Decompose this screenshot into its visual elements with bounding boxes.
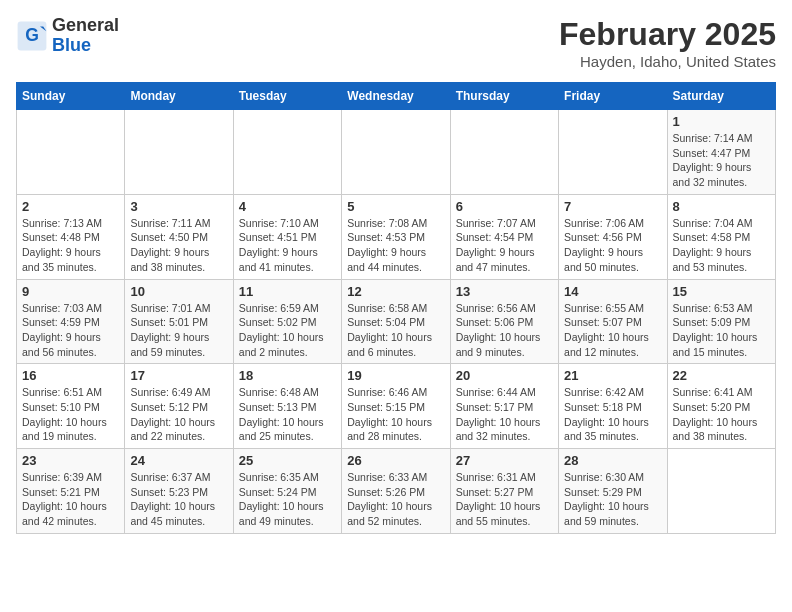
day-number: 11 (239, 284, 336, 299)
day-number: 1 (673, 114, 770, 129)
month-year: February 2025 (559, 16, 776, 53)
logo: G General Blue (16, 16, 119, 56)
day-number: 27 (456, 453, 553, 468)
day-cell: 12Sunrise: 6:58 AM Sunset: 5:04 PM Dayli… (342, 279, 450, 364)
location: Hayden, Idaho, United States (559, 53, 776, 70)
day-cell: 6Sunrise: 7:07 AM Sunset: 4:54 PM Daylig… (450, 194, 558, 279)
day-cell: 17Sunrise: 6:49 AM Sunset: 5:12 PM Dayli… (125, 364, 233, 449)
day-number: 12 (347, 284, 444, 299)
day-number: 6 (456, 199, 553, 214)
day-number: 8 (673, 199, 770, 214)
week-row-3: 16Sunrise: 6:51 AM Sunset: 5:10 PM Dayli… (17, 364, 776, 449)
day-number: 22 (673, 368, 770, 383)
day-cell: 13Sunrise: 6:56 AM Sunset: 5:06 PM Dayli… (450, 279, 558, 364)
week-row-4: 23Sunrise: 6:39 AM Sunset: 5:21 PM Dayli… (17, 449, 776, 534)
day-info: Sunrise: 6:37 AM Sunset: 5:23 PM Dayligh… (130, 470, 227, 529)
day-number: 5 (347, 199, 444, 214)
week-row-2: 9Sunrise: 7:03 AM Sunset: 4:59 PM Daylig… (17, 279, 776, 364)
day-cell: 4Sunrise: 7:10 AM Sunset: 4:51 PM Daylig… (233, 194, 341, 279)
day-info: Sunrise: 7:10 AM Sunset: 4:51 PM Dayligh… (239, 216, 336, 275)
day-cell (559, 110, 667, 195)
day-info: Sunrise: 6:59 AM Sunset: 5:02 PM Dayligh… (239, 301, 336, 360)
day-info: Sunrise: 7:06 AM Sunset: 4:56 PM Dayligh… (564, 216, 661, 275)
day-info: Sunrise: 6:42 AM Sunset: 5:18 PM Dayligh… (564, 385, 661, 444)
day-number: 23 (22, 453, 119, 468)
day-info: Sunrise: 6:33 AM Sunset: 5:26 PM Dayligh… (347, 470, 444, 529)
day-cell: 28Sunrise: 6:30 AM Sunset: 5:29 PM Dayli… (559, 449, 667, 534)
header-cell-wednesday: Wednesday (342, 83, 450, 110)
logo-blue: Blue (52, 35, 91, 55)
header-row: SundayMondayTuesdayWednesdayThursdayFrid… (17, 83, 776, 110)
page-header: G General Blue February 2025 Hayden, Ida… (16, 16, 776, 70)
day-number: 21 (564, 368, 661, 383)
day-info: Sunrise: 6:46 AM Sunset: 5:15 PM Dayligh… (347, 385, 444, 444)
day-cell: 14Sunrise: 6:55 AM Sunset: 5:07 PM Dayli… (559, 279, 667, 364)
day-number: 24 (130, 453, 227, 468)
header-cell-thursday: Thursday (450, 83, 558, 110)
day-cell: 1Sunrise: 7:14 AM Sunset: 4:47 PM Daylig… (667, 110, 775, 195)
day-info: Sunrise: 7:11 AM Sunset: 4:50 PM Dayligh… (130, 216, 227, 275)
day-number: 4 (239, 199, 336, 214)
week-row-1: 2Sunrise: 7:13 AM Sunset: 4:48 PM Daylig… (17, 194, 776, 279)
day-cell: 21Sunrise: 6:42 AM Sunset: 5:18 PM Dayli… (559, 364, 667, 449)
day-number: 10 (130, 284, 227, 299)
day-info: Sunrise: 7:01 AM Sunset: 5:01 PM Dayligh… (130, 301, 227, 360)
day-cell: 25Sunrise: 6:35 AM Sunset: 5:24 PM Dayli… (233, 449, 341, 534)
day-number: 26 (347, 453, 444, 468)
day-info: Sunrise: 7:07 AM Sunset: 4:54 PM Dayligh… (456, 216, 553, 275)
day-cell: 10Sunrise: 7:01 AM Sunset: 5:01 PM Dayli… (125, 279, 233, 364)
day-cell: 11Sunrise: 6:59 AM Sunset: 5:02 PM Dayli… (233, 279, 341, 364)
day-info: Sunrise: 6:35 AM Sunset: 5:24 PM Dayligh… (239, 470, 336, 529)
day-cell: 8Sunrise: 7:04 AM Sunset: 4:58 PM Daylig… (667, 194, 775, 279)
day-info: Sunrise: 7:03 AM Sunset: 4:59 PM Dayligh… (22, 301, 119, 360)
day-number: 13 (456, 284, 553, 299)
day-cell: 24Sunrise: 6:37 AM Sunset: 5:23 PM Dayli… (125, 449, 233, 534)
day-cell: 27Sunrise: 6:31 AM Sunset: 5:27 PM Dayli… (450, 449, 558, 534)
day-cell: 15Sunrise: 6:53 AM Sunset: 5:09 PM Dayli… (667, 279, 775, 364)
day-info: Sunrise: 6:49 AM Sunset: 5:12 PM Dayligh… (130, 385, 227, 444)
day-number: 18 (239, 368, 336, 383)
day-cell: 5Sunrise: 7:08 AM Sunset: 4:53 PM Daylig… (342, 194, 450, 279)
day-cell (233, 110, 341, 195)
header-cell-saturday: Saturday (667, 83, 775, 110)
day-number: 25 (239, 453, 336, 468)
day-number: 3 (130, 199, 227, 214)
day-number: 28 (564, 453, 661, 468)
day-info: Sunrise: 6:39 AM Sunset: 5:21 PM Dayligh… (22, 470, 119, 529)
day-info: Sunrise: 6:30 AM Sunset: 5:29 PM Dayligh… (564, 470, 661, 529)
header-cell-sunday: Sunday (17, 83, 125, 110)
header-cell-monday: Monday (125, 83, 233, 110)
title-block: February 2025 Hayden, Idaho, United Stat… (559, 16, 776, 70)
day-number: 19 (347, 368, 444, 383)
day-cell: 16Sunrise: 6:51 AM Sunset: 5:10 PM Dayli… (17, 364, 125, 449)
day-number: 9 (22, 284, 119, 299)
day-number: 16 (22, 368, 119, 383)
day-cell (342, 110, 450, 195)
day-info: Sunrise: 6:56 AM Sunset: 5:06 PM Dayligh… (456, 301, 553, 360)
svg-text:G: G (25, 25, 39, 45)
day-cell: 3Sunrise: 7:11 AM Sunset: 4:50 PM Daylig… (125, 194, 233, 279)
day-cell: 7Sunrise: 7:06 AM Sunset: 4:56 PM Daylig… (559, 194, 667, 279)
day-info: Sunrise: 6:31 AM Sunset: 5:27 PM Dayligh… (456, 470, 553, 529)
day-info: Sunrise: 6:41 AM Sunset: 5:20 PM Dayligh… (673, 385, 770, 444)
day-cell: 20Sunrise: 6:44 AM Sunset: 5:17 PM Dayli… (450, 364, 558, 449)
day-number: 17 (130, 368, 227, 383)
header-cell-tuesday: Tuesday (233, 83, 341, 110)
header-cell-friday: Friday (559, 83, 667, 110)
logo-general: General (52, 15, 119, 35)
logo-icon: G (16, 20, 48, 52)
day-info: Sunrise: 6:53 AM Sunset: 5:09 PM Dayligh… (673, 301, 770, 360)
day-info: Sunrise: 6:55 AM Sunset: 5:07 PM Dayligh… (564, 301, 661, 360)
day-number: 14 (564, 284, 661, 299)
day-cell (450, 110, 558, 195)
day-cell: 2Sunrise: 7:13 AM Sunset: 4:48 PM Daylig… (17, 194, 125, 279)
day-cell: 23Sunrise: 6:39 AM Sunset: 5:21 PM Dayli… (17, 449, 125, 534)
day-number: 15 (673, 284, 770, 299)
day-cell: 26Sunrise: 6:33 AM Sunset: 5:26 PM Dayli… (342, 449, 450, 534)
day-info: Sunrise: 7:04 AM Sunset: 4:58 PM Dayligh… (673, 216, 770, 275)
day-cell (667, 449, 775, 534)
day-cell: 22Sunrise: 6:41 AM Sunset: 5:20 PM Dayli… (667, 364, 775, 449)
day-info: Sunrise: 6:51 AM Sunset: 5:10 PM Dayligh… (22, 385, 119, 444)
logo-text: General Blue (52, 16, 119, 56)
day-cell: 19Sunrise: 6:46 AM Sunset: 5:15 PM Dayli… (342, 364, 450, 449)
